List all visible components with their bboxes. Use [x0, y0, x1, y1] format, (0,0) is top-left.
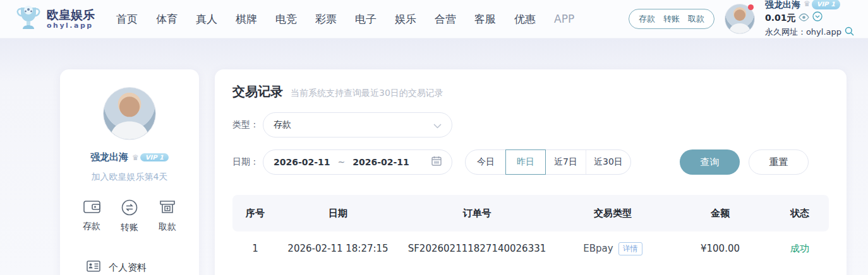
- range-7days-button[interactable]: 近7日: [545, 150, 586, 174]
- col-date: 日期: [278, 208, 398, 219]
- id-card-icon: [87, 260, 100, 274]
- nav-lottery[interactable]: 彩票: [315, 12, 337, 26]
- user-info: 强龙出海 ♛ VIP 1 0.01元 永久网址：ohyl: [765, 0, 854, 40]
- top-header: 欧皇娱乐 ohyl.app 首页 体育 真人 棋牌 电竞 彩票 电子 娱乐 合营…: [0, 0, 868, 38]
- type-label: 类型：: [232, 119, 263, 131]
- crown-icon: ♛: [804, 0, 811, 10]
- chevron-down-icon: [433, 119, 442, 131]
- nav-esports[interactable]: 电竞: [275, 12, 297, 26]
- search-icon[interactable]: [845, 25, 854, 40]
- deposit-button[interactable]: 存款: [639, 13, 655, 25]
- date-label: 日期：: [232, 156, 263, 168]
- withdraw-button[interactable]: 取款: [688, 13, 704, 25]
- sidebar-item-profile[interactable]: 个人资料: [60, 252, 199, 275]
- page-title: 交易记录: [232, 83, 283, 100]
- profile-vip-badge: ♛ VIP 1: [132, 153, 169, 162]
- eye-icon[interactable]: [799, 11, 809, 25]
- trophy-logo-icon: [16, 4, 40, 34]
- page-subtitle: 当前系统支持查询最近30日的交易记录: [291, 88, 443, 99]
- transaction-records-page: 欧皇娱乐 ohyl.app 首页 体育 真人 棋牌 电竞 彩票 电子 娱乐 合营…: [0, 0, 868, 275]
- date-filter-row: 日期： 2026-02-11 ~ 2026-02-11 今日 昨日 近7日 近3…: [232, 149, 829, 175]
- brand-logo[interactable]: 欧皇娱乐 ohyl.app: [16, 4, 95, 34]
- quick-range-group: 今日 昨日 近7日 近30日: [465, 149, 631, 175]
- sidebar-deposit[interactable]: 存款: [83, 199, 100, 233]
- profile-sidebar: 强龙出海 ♛ VIP 1 加入欧皇娱乐第4天 存款 转账: [60, 69, 199, 275]
- cell-order-no: SF202602111827140026331: [398, 243, 556, 254]
- vip-badge: ♛ VIP 1: [804, 0, 840, 10]
- nav-support[interactable]: 客服: [474, 12, 496, 26]
- nav-sports[interactable]: 体育: [156, 12, 178, 26]
- header-right: 存款 转账 取款 强龙出海 ♛ VIP 1: [629, 0, 854, 40]
- sidebar-menu: 个人资料 VIP特权: [60, 252, 199, 275]
- reset-button[interactable]: 重置: [749, 149, 809, 175]
- col-order: 订单号: [398, 208, 556, 219]
- nav-cards[interactable]: 棋牌: [236, 12, 257, 26]
- crown-icon: ♛: [132, 153, 139, 162]
- wallet-icon: [83, 199, 100, 216]
- sidebar-transfer[interactable]: 转账: [121, 199, 138, 233]
- cell-type: EBpay 详情: [556, 242, 670, 255]
- nav-live[interactable]: 真人: [196, 12, 217, 26]
- username[interactable]: 强龙出海: [765, 0, 800, 11]
- nav-app[interactable]: APP: [554, 13, 574, 25]
- profile-username: 强龙出海: [90, 151, 128, 163]
- cell-index: 1: [232, 243, 278, 254]
- wallet-action-group: 存款 转账 取款: [629, 9, 714, 29]
- chevron-down-circle-icon[interactable]: [812, 11, 823, 25]
- nav-entertainment[interactable]: 娱乐: [395, 12, 416, 26]
- col-amount: 金额: [670, 208, 771, 219]
- profile-avatar[interactable]: [103, 87, 156, 140]
- col-status: 状态: [771, 208, 829, 219]
- atm-icon: [159, 199, 176, 217]
- date-to[interactable]: 2026-02-11: [353, 157, 409, 167]
- transfer-arrows-icon: [121, 199, 138, 218]
- brand-name: 欧皇娱乐: [47, 8, 95, 21]
- date-from[interactable]: 2026-02-11: [274, 157, 330, 167]
- search-button[interactable]: 查询: [680, 149, 740, 175]
- notification-dot: [748, 4, 754, 10]
- user-avatar[interactable]: [725, 4, 755, 34]
- calendar-icon[interactable]: [431, 156, 442, 168]
- type-filter-row: 类型： 存款: [232, 112, 829, 138]
- sidebar-withdraw[interactable]: 取款: [159, 199, 176, 233]
- nav-promo[interactable]: 优惠: [514, 12, 536, 26]
- range-today-button[interactable]: 今日: [466, 150, 506, 174]
- nav-partner[interactable]: 合营: [435, 12, 456, 26]
- range-30days-button[interactable]: 近30日: [586, 150, 630, 174]
- col-index: 序号: [232, 208, 278, 219]
- transfer-button[interactable]: 转账: [663, 13, 680, 25]
- cell-date: 2026-02-11 18:27:15: [278, 243, 398, 254]
- sidebar-quick-actions: 存款 转账 取款: [60, 199, 199, 233]
- cell-status: 成功: [771, 243, 829, 255]
- balance-amount: 0.01元: [765, 11, 796, 24]
- nav-slots[interactable]: 电子: [355, 12, 377, 26]
- type-select[interactable]: 存款: [263, 112, 452, 138]
- range-yesterday-button[interactable]: 昨日: [505, 149, 546, 175]
- date-range-input[interactable]: 2026-02-11 ~ 2026-02-11: [263, 149, 452, 175]
- main-nav: 首页 体育 真人 棋牌 电竞 彩票 电子 娱乐 合营 客服 优惠 APP: [116, 12, 574, 26]
- table-header: 序号 日期 订单号 交易类型 金额 状态: [232, 195, 829, 231]
- nav-home[interactable]: 首页: [116, 12, 138, 26]
- cell-amount: ¥100.00: [670, 243, 771, 254]
- col-type: 交易类型: [556, 208, 670, 219]
- transactions-table: 序号 日期 订单号 交易类型 金额 状态 1 2026-02-11 18:27:…: [232, 195, 829, 266]
- permanent-url: 永久网址：ohyl.app: [765, 26, 841, 38]
- brand-domain: ohyl.app: [47, 22, 95, 30]
- detail-link[interactable]: 详情: [618, 242, 642, 255]
- join-days-text: 加入欧皇娱乐第4天: [60, 172, 199, 183]
- transaction-records-panel: 交易记录 当前系统支持查询最近30日的交易记录 类型： 存款 日期： 2026-…: [215, 69, 847, 275]
- table-row: 1 2026-02-11 18:27:15 SF2026021118271400…: [232, 231, 829, 266]
